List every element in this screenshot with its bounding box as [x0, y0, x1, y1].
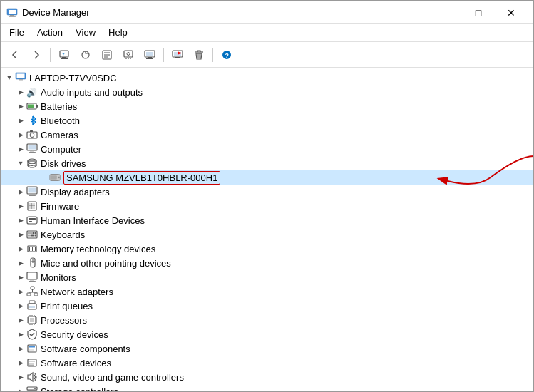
tree-item-firmware[interactable]: ▶ Firmware [1, 199, 533, 213]
svg-rect-111 [29, 361, 35, 362]
scan-button[interactable] [118, 46, 138, 64]
svg-rect-1 [9, 10, 16, 14]
tree-item-computer[interactable]: ▶ Computer [1, 142, 533, 156]
toolbar: ? [1, 42, 533, 68]
toolbar-separator-3 [212, 48, 213, 62]
svg-rect-35 [28, 105, 34, 108]
tree-item-processors[interactable]: ▶ [1, 313, 533, 327]
expand-security[interactable]: ▶ [15, 329, 26, 340]
uninstall-button[interactable] [168, 46, 188, 64]
tree-item-display[interactable]: ▶ Display adapters [1, 185, 533, 199]
svg-rect-115 [27, 391, 37, 391]
tree-pane[interactable]: ▼ LAPTOP-T7VV0SDC ▶ 🔊 Audio input [1, 68, 533, 391]
svg-rect-56 [29, 203, 35, 209]
expand-keyboards[interactable]: ▶ [15, 229, 26, 240]
storage-label: Storage controllers [41, 386, 118, 392]
expand-softwarecomp[interactable]: ▶ [15, 343, 26, 354]
expand-softwaredev[interactable]: ▶ [15, 357, 26, 368]
back-button[interactable] [5, 46, 25, 64]
svg-rect-71 [29, 247, 30, 251]
tree-item-bluetooth[interactable]: ▶ Bluetooth [1, 113, 533, 128]
expand-batteries[interactable]: ▶ [15, 100, 26, 112]
tree-item-monitors[interactable]: ▶ Monitors [1, 270, 533, 284]
mice-label: Mice and other pointing devices [41, 258, 171, 269]
tree-item-security[interactable]: ▶ Security devices [1, 327, 533, 341]
svg-rect-54 [29, 195, 36, 196]
svg-rect-6 [61, 58, 68, 59]
help-button[interactable]: ? [217, 46, 237, 64]
tree-item-samsung[interactable]: ▶ SAMSUNG MZVLB1T0HBLR-000H1 [1, 170, 533, 185]
expand-hid[interactable]: ▶ [15, 215, 26, 226]
tree-item-sound[interactable]: ▶ Sound, video and game controllers [1, 370, 533, 384]
expand-computer[interactable]: ▶ [15, 143, 26, 155]
svg-rect-66 [35, 232, 36, 234]
svg-rect-5 [62, 57, 66, 58]
print-icon [26, 300, 39, 311]
expand-memory[interactable]: ▶ [15, 243, 26, 254]
cameras-icon [26, 129, 39, 140]
menu-file[interactable]: File [4, 26, 30, 39]
tree-item-keyboards[interactable]: ▶ Keyboards [1, 227, 533, 242]
expand-firmware[interactable]: ▶ [15, 200, 26, 212]
close-button[interactable]: ✕ [495, 1, 528, 24]
expand-cameras[interactable]: ▶ [15, 129, 26, 140]
expand-mice[interactable]: ▶ [15, 257, 26, 269]
expand-diskdrives[interactable]: ▼ [15, 158, 26, 169]
tree-item-audio[interactable]: ▶ 🔊 Audio inputs and outputs [1, 85, 533, 99]
softwarecomp-icon [26, 343, 39, 354]
firmware-label: Firmware [41, 201, 79, 212]
svg-rect-18 [146, 58, 153, 59]
security-icon [26, 329, 39, 340]
expand-print[interactable]: ▶ [15, 300, 26, 311]
tree-item-root[interactable]: ▼ LAPTOP-T7VV0SDC [1, 71, 533, 85]
expand-network[interactable]: ▶ [15, 286, 26, 297]
svg-rect-108 [29, 349, 34, 350]
tree-item-hid[interactable]: ▶ Human Interface Devices [1, 213, 533, 227]
minimize-button[interactable]: – [429, 1, 462, 24]
batteries-icon [26, 100, 39, 112]
menu-help[interactable]: Help [103, 26, 133, 39]
forward-button[interactable] [26, 46, 46, 64]
svg-rect-65 [33, 232, 34, 234]
expand-monitors[interactable]: ▶ [15, 272, 26, 283]
svg-rect-72 [31, 247, 31, 251]
expand-sound[interactable]: ▶ [15, 371, 26, 383]
keyboard-icon [26, 229, 39, 240]
tree-item-network[interactable]: ▶ Network adapters [1, 284, 533, 299]
svg-rect-3 [9, 16, 16, 17]
tree-item-print[interactable]: ▶ Print queues [1, 299, 533, 313]
tree-item-mice[interactable]: ▶ Mice and other pointing devices [1, 256, 533, 270]
properties-button[interactable] [97, 46, 117, 64]
svg-rect-34 [36, 105, 38, 108]
expand-storage[interactable]: ▶ [15, 386, 26, 391]
menu-view[interactable]: View [70, 26, 101, 39]
main-content: ▼ LAPTOP-T7VV0SDC ▶ 🔊 Audio input [1, 68, 533, 391]
tree-item-softwarecomp[interactable]: ▶ Software components [1, 341, 533, 356]
update-button[interactable] [76, 46, 96, 64]
computer-button[interactable] [140, 46, 160, 64]
menu-action[interactable]: Action [31, 26, 68, 39]
network-icon [26, 286, 39, 297]
delete-button[interactable] [189, 46, 209, 64]
show-hidden-button[interactable]: ? [54, 46, 74, 64]
expand-bluetooth[interactable]: ▶ [15, 115, 26, 126]
bluetooth-label: Bluetooth [41, 115, 80, 126]
tree-item-cameras[interactable]: ▶ Cameras [1, 128, 533, 142]
expand-audio[interactable]: ▶ [15, 86, 26, 98]
tree-item-storage[interactable]: ▶ Storage controllers [1, 384, 533, 391]
expand-processors[interactable]: ▶ [15, 314, 26, 326]
tree-item-diskdrives[interactable]: ▼ Disk drives [1, 156, 533, 170]
computer-icon [15, 72, 28, 83]
expand-display[interactable]: ▶ [15, 186, 26, 197]
svg-rect-80 [29, 281, 36, 282]
tree-item-memory[interactable]: ▶ Memory technology devices [1, 242, 533, 256]
svg-rect-63 [29, 232, 30, 234]
computer-cat-icon [26, 143, 39, 155]
maximize-button[interactable]: □ [462, 1, 495, 24]
expand-root[interactable]: ▼ [4, 72, 15, 83]
svg-rect-81 [31, 287, 34, 289]
memory-icon [26, 243, 39, 254]
tree-item-batteries[interactable]: ▶ Batteries [1, 99, 533, 113]
network-label: Network adapters [41, 287, 113, 297]
tree-item-softwaredev[interactable]: ▶ Software devices [1, 356, 533, 370]
